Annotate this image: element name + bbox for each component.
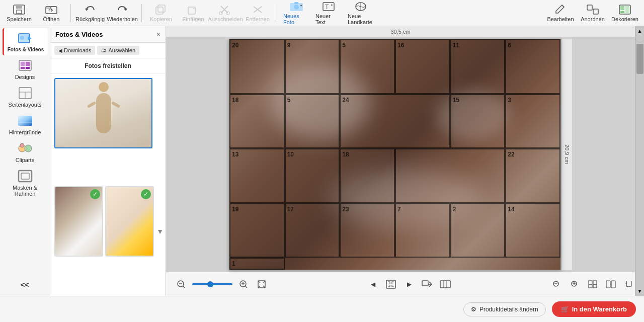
advent-cell-19[interactable]: 7 (395, 203, 450, 258)
bottom-zoom-in-icon[interactable] (568, 277, 582, 291)
ruler-right: 20,9 cm (561, 39, 572, 270)
bottom-right (549, 277, 636, 291)
photo-check-2: ✓ (90, 189, 100, 199)
photo-thumb-2[interactable]: ✓ (54, 186, 103, 257)
advent-cell-15[interactable] (395, 148, 505, 203)
svg-rect-1 (16, 5, 22, 9)
advent-cell-22[interactable]: 1 (229, 258, 285, 270)
sidebar-item-cliparts[interactable]: Cliparts (3, 138, 48, 166)
seitenlayouts-icon (17, 86, 33, 100)
advent-cell-x[interactable]: 19 (229, 203, 285, 258)
svg-rect-27 (620, 11, 624, 13)
sidebar-item-hintergruende[interactable]: Hintergründe (3, 111, 48, 138)
neuer-text-icon: T (321, 1, 336, 12)
advent-cell-18[interactable]: 23 (340, 203, 395, 258)
cart-icon: 🛒 (561, 305, 569, 313)
svg-line-52 (245, 286, 247, 288)
gear-icon: ⚙ (471, 306, 476, 313)
neues-foto-button[interactable]: Neues Foto (281, 0, 311, 27)
crop-button[interactable] (622, 277, 636, 291)
advent-cell-13[interactable]: 10 (285, 148, 340, 203)
back-icon: ◀ (58, 48, 62, 53)
zoom-slider[interactable] (192, 283, 232, 285)
photo-thumb-3[interactable]: ✓ (105, 186, 154, 257)
panel-nav-folder-button[interactable]: 🗂 Auswählen (97, 46, 139, 55)
advent-cell-12[interactable]: 13 (229, 148, 285, 203)
cliparts-icon (17, 141, 33, 155)
product-details-button[interactable]: ⚙ Produktdetails ändern (463, 302, 546, 316)
fit-button[interactable] (255, 277, 269, 291)
sidebar-collapse-button[interactable]: << (3, 278, 48, 292)
panel-scroll-down[interactable]: ▼ (156, 227, 164, 235)
swap-button[interactable] (604, 277, 618, 291)
zoom-handle[interactable] (207, 281, 213, 287)
oeffnen-button[interactable]: Öffnen (36, 2, 66, 24)
advent-cell-8[interactable]: 5 (285, 94, 340, 149)
svg-rect-2 (17, 10, 22, 14)
wiederholen-button[interactable]: Wiederholen (107, 2, 137, 24)
svg-rect-25 (620, 6, 624, 10)
next-page-button[interactable]: ▶ (402, 277, 416, 291)
advent-cell-4[interactable]: 16 (395, 39, 450, 94)
svg-rect-57 (440, 281, 450, 288)
zoom-out-button[interactable] (174, 277, 188, 291)
ausschneiden-button: Ausschneiden (210, 2, 240, 24)
einfuegen-button: Einfügen (178, 2, 208, 24)
speichern-button[interactable]: Speichern (4, 2, 34, 24)
advent-cell-2[interactable]: 9 (285, 39, 340, 94)
advent-cell-16[interactable]: 22 (505, 148, 560, 203)
add-to-cart-button[interactable]: 🛒 In den Warenkorb (552, 301, 636, 317)
canvas-scrollbar[interactable]: ▲ ▼ (635, 37, 644, 272)
photo-thumb-1[interactable] (54, 78, 152, 148)
scroll-handle[interactable] (636, 44, 643, 74)
neue-landkarte-icon (354, 1, 368, 12)
panel-nav: ◀ Downloads 🗂 Auswählen (50, 43, 166, 58)
advent-cell-21[interactable]: 14 (505, 203, 560, 258)
replace-button[interactable] (420, 277, 434, 291)
grid-view-button[interactable] (586, 277, 600, 291)
panel-nav-back-button[interactable]: ◀ Downloads (54, 46, 95, 55)
zoom-slider-container[interactable] (192, 283, 232, 285)
svg-rect-44 (19, 171, 32, 182)
svg-rect-45 (21, 173, 29, 179)
toolbar-sep-2 (141, 4, 142, 22)
layout-button[interactable] (438, 277, 452, 291)
advent-cell-14[interactable]: 18 (340, 148, 395, 203)
svg-rect-6 (158, 5, 165, 12)
designs-icon (17, 58, 33, 72)
fullscreen-button[interactable] (384, 277, 398, 291)
speichern-icon (12, 4, 26, 15)
advent-cell-11[interactable]: 3 (505, 94, 560, 149)
sidebar-item-designs[interactable]: Designs (3, 55, 48, 83)
advent-cell-1[interactable]: 20 (229, 39, 285, 94)
bottom-zoom-out-icon[interactable] (549, 277, 564, 291)
sidebar-item-fotos-videos[interactable]: Fotos & Videos (3, 28, 48, 55)
svg-rect-33 (26, 62, 30, 66)
bearbeiten-icon (553, 4, 568, 15)
rueckgaengig-button[interactable]: Rückgängig (75, 2, 105, 24)
main-toolbar: Speichern Öffnen Rückgängig Wiederholen … (0, 0, 644, 26)
advent-cell-9[interactable]: 24 (340, 94, 450, 149)
bearbeiten-button[interactable]: Bearbeiten (545, 2, 576, 24)
svg-line-48 (183, 286, 185, 288)
svg-rect-66 (593, 281, 597, 284)
advent-cell-7[interactable]: 18 (229, 94, 285, 149)
neue-landkarte-button[interactable]: Neue Landkarte (346, 0, 376, 27)
advent-cell-6[interactable]: 6 (505, 39, 560, 94)
advent-cell-10[interactable]: 15 (450, 94, 506, 149)
sidebar-item-masken-rahmen[interactable]: Masken & Rahmen (3, 166, 48, 200)
zoom-in-button[interactable] (236, 277, 251, 291)
advent-cell-3[interactable]: 5 (340, 39, 395, 94)
advent-cell-20[interactable]: 2 (450, 203, 506, 258)
sidebar-item-seitenlayouts[interactable]: Seitenlayouts (3, 83, 48, 111)
advent-cell-5[interactable]: 11 (450, 39, 506, 94)
anordnen-button[interactable]: Anordnen (578, 2, 608, 24)
neuer-text-button[interactable]: T Neuer Text (313, 0, 344, 27)
svg-rect-32 (21, 62, 25, 66)
prev-page-button[interactable]: ◀ (366, 277, 380, 291)
advent-cell-17[interactable]: 17 (285, 203, 340, 258)
dekorieren-button[interactable]: Dekorieren (610, 2, 640, 24)
canvas-main[interactable]: 20 9 5 16 11 6 18 5 24 15 3 (229, 39, 561, 270)
svg-rect-54 (386, 280, 395, 288)
panel-close-button[interactable]: × (156, 30, 160, 38)
